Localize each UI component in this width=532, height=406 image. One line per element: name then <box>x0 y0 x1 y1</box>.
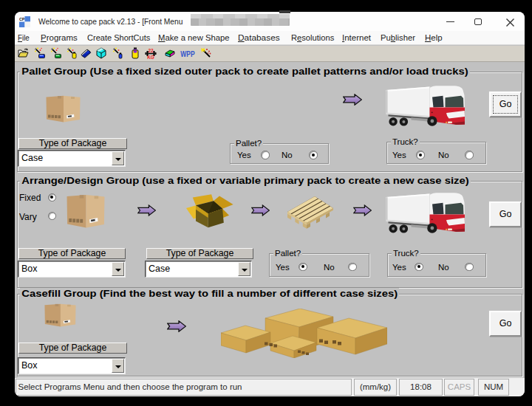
svg-text:KG: KG <box>147 55 154 60</box>
svg-text:22: 22 <box>148 48 154 53</box>
svg-text:WPP: WPP <box>180 49 195 58</box>
svg-text:CP: CP <box>19 17 25 21</box>
